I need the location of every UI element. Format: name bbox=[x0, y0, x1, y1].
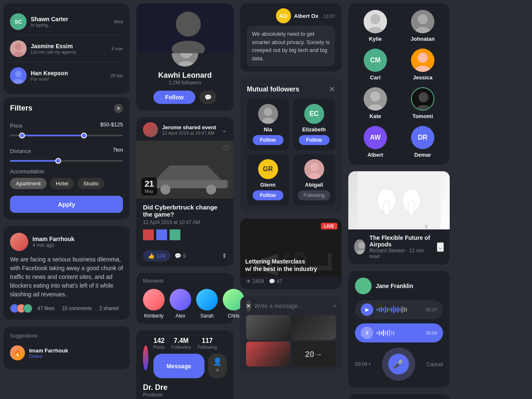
person-avatar-jessica bbox=[411, 49, 434, 72]
event-subtitle: 12 April 2019 at 10:47 AM bbox=[143, 219, 227, 225]
suggestions-title: Suggestions bbox=[10, 333, 123, 339]
distance-range-thumb[interactable] bbox=[55, 158, 61, 164]
mutual-follow-glenn-button[interactable]: Follow bbox=[253, 190, 283, 200]
audio-pause-button[interactable]: ⏸ bbox=[361, 327, 373, 339]
moments-list: Kimberly Alex Sarah Chris bbox=[143, 289, 227, 319]
drdre-role: Producer bbox=[143, 392, 227, 398]
apply-button[interactable]: Apply bbox=[10, 196, 123, 213]
live-badge: LIVE bbox=[321, 223, 337, 229]
chip-studio[interactable]: Studio bbox=[77, 178, 104, 189]
chat-item-jasmine[interactable]: Jasmine Essim Let me call my agency 4 ma… bbox=[10, 37, 123, 60]
price-label: Price bbox=[10, 123, 22, 129]
person-kylie[interactable]: Kylie bbox=[355, 10, 396, 42]
price-range-thumb-right[interactable] bbox=[81, 133, 87, 138]
avatar-jasmine bbox=[10, 40, 27, 57]
svg-point-29 bbox=[418, 53, 428, 63]
drdre-posts-label: Posts bbox=[153, 345, 165, 350]
person-avatar-kate bbox=[364, 87, 387, 111]
event-comment-button[interactable]: 💬 9 bbox=[175, 253, 186, 259]
drdre-follow-icon-button[interactable]: 👤+ bbox=[208, 354, 227, 378]
wave-bar bbox=[385, 306, 386, 313]
reaction-av-3 bbox=[23, 304, 32, 313]
chat-name-jasmine: Jasmine Essim bbox=[31, 43, 76, 49]
person-avatar-carl: CM bbox=[364, 49, 387, 72]
filters-card: ✕ Filters Price $50-$125 Distance 7km Ac… bbox=[3, 97, 130, 219]
mutual-item-glenn: GR Glenn Follow bbox=[247, 154, 289, 205]
event-chevron[interactable]: ⌄ bbox=[222, 126, 227, 134]
thumbs-up-icon: 👍 bbox=[148, 253, 155, 259]
reaction-avatars bbox=[10, 304, 30, 313]
audio-cancel-button[interactable]: Cancel bbox=[426, 361, 443, 367]
moment-name-alex: Alex bbox=[170, 313, 191, 319]
svg-point-12 bbox=[160, 185, 170, 195]
chip-apartment[interactable]: Apartment bbox=[10, 178, 47, 189]
svg-point-32 bbox=[370, 91, 380, 101]
moment-alex[interactable]: Alex bbox=[170, 289, 191, 319]
audio-play-button[interactable]: ▶ bbox=[361, 303, 373, 316]
person-albert[interactable]: AW Albert bbox=[355, 126, 396, 158]
moment-sarah[interactable]: Sarah bbox=[196, 289, 218, 319]
event-heart-icon[interactable]: ♡ bbox=[223, 144, 229, 153]
event-like-count: 124 bbox=[156, 253, 165, 259]
mutual-following-abigail-button[interactable]: Following bbox=[298, 190, 330, 200]
svg-point-8 bbox=[177, 61, 195, 68]
comment-icon: 💬 bbox=[175, 253, 181, 259]
write-message-send-button[interactable]: → bbox=[330, 302, 338, 310]
filters-close-button[interactable]: ✕ bbox=[114, 104, 123, 113]
write-message-close-button[interactable]: ✕ bbox=[246, 300, 251, 312]
mutual-name-glenn: Glenn bbox=[250, 182, 286, 188]
chat-item-shawn[interactable]: SC Shawn Carter Is typing... Wed bbox=[10, 10, 123, 33]
mutual-grid: Nia Follow EC Elizabeth Follow GR Glenn … bbox=[247, 99, 335, 205]
chat-sub-han: For sure! bbox=[31, 76, 68, 81]
avatar-han bbox=[10, 67, 27, 84]
moment-kimberly[interactable]: Kimberly bbox=[143, 289, 165, 319]
drdre-message-button[interactable]: Message bbox=[153, 354, 204, 378]
person-jessica[interactable]: Jessica bbox=[402, 49, 443, 81]
chip-hotel[interactable]: Hotel bbox=[50, 178, 74, 189]
person-carl[interactable]: CM Carl bbox=[355, 49, 396, 81]
message-icon-kawhi[interactable]: 💬 bbox=[200, 91, 217, 104]
mutual-title-text: Mutual followers bbox=[247, 86, 299, 93]
suggestion-item-1[interactable]: 🔥 Imam Farrhouk Online bbox=[10, 343, 123, 363]
follow-button-kawhi[interactable]: Follow bbox=[153, 91, 195, 104]
person-tomomi[interactable]: Tomomi bbox=[402, 87, 443, 119]
accom-chips: Apartment Hotel Studio bbox=[10, 178, 123, 189]
wave-bar bbox=[377, 308, 378, 311]
wave-bar-2 bbox=[383, 330, 384, 336]
price-range-track bbox=[10, 135, 123, 136]
moment-name-sarah: Sarah bbox=[196, 313, 218, 319]
people-grid: Kylie Johnatan CM Carl Jessica bbox=[355, 10, 443, 158]
airpods-image: R bbox=[348, 171, 450, 229]
person-demar[interactable]: DR Demar bbox=[402, 126, 443, 158]
post-text: We are facing a serious business dilemma… bbox=[10, 255, 123, 299]
drdre-following-label: Following bbox=[197, 345, 217, 350]
mutual-item-abigail: Abigail Following bbox=[293, 154, 335, 205]
person-johnatan[interactable]: Johnatan bbox=[402, 10, 443, 42]
event-like-button[interactable]: 👍 124 bbox=[143, 250, 170, 261]
person-avatar-tomomi bbox=[411, 87, 434, 111]
post-avatar bbox=[10, 233, 28, 251]
price-range-thumb-left[interactable] bbox=[19, 133, 25, 138]
people-card: Kylie Johnatan CM Carl Jessica bbox=[348, 3, 450, 165]
event-author-avatar bbox=[143, 122, 158, 137]
chat-item-han[interactable]: Han Keepson For sure! 28 feb bbox=[10, 64, 123, 87]
svg-point-16 bbox=[310, 163, 318, 171]
write-message-card: ✕ → 20→ bbox=[240, 296, 342, 371]
mutual-follow-nia-button[interactable]: Follow bbox=[253, 135, 283, 145]
mutual-avatar-elizabeth: EC bbox=[304, 104, 324, 124]
svg-point-3 bbox=[13, 79, 23, 84]
event-author-date: 12 April 2019 at 10:47 AM bbox=[162, 131, 216, 135]
mutual-close-button[interactable]: ✕ bbox=[329, 85, 335, 94]
record-button[interactable]: 🎤 bbox=[388, 354, 409, 374]
wave-bar bbox=[397, 307, 399, 313]
wave-bar bbox=[406, 308, 407, 312]
post-time: 4 min ago bbox=[32, 242, 74, 248]
mutual-avatar-glenn: GR bbox=[258, 159, 278, 179]
person-kate[interactable]: Kate bbox=[355, 87, 396, 119]
moments-title: Moments bbox=[143, 278, 227, 284]
write-message-input[interactable] bbox=[254, 303, 327, 309]
event-share-button[interactable]: ⬆ bbox=[222, 252, 227, 260]
airpods-chevron-button[interactable]: ⌄ bbox=[437, 242, 444, 252]
mutual-follow-elizabeth-button[interactable]: Follow bbox=[299, 135, 330, 145]
person-avatar-kylie bbox=[364, 10, 387, 33]
